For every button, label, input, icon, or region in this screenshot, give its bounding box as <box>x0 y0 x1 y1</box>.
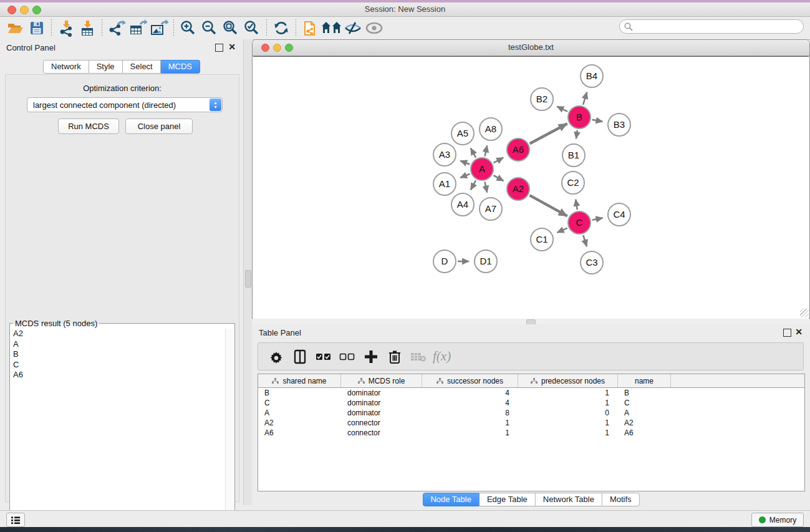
table-cell[interactable]: A <box>258 408 341 418</box>
edge-C-C1[interactable] <box>557 228 567 233</box>
window-resize-grip[interactable] <box>800 309 809 317</box>
criterion-select[interactable]: largest connected component (directed) ▲… <box>27 97 223 112</box>
export-table-icon[interactable] <box>127 19 148 37</box>
table-cell[interactable]: A6 <box>258 428 341 438</box>
edge-B-B4[interactable] <box>583 92 587 105</box>
tab-node-table[interactable]: Node Table <box>422 493 480 506</box>
new-session-from-network-icon[interactable] <box>300 19 321 37</box>
table-cell[interactable]: 1 <box>422 418 518 428</box>
column-header-MCDS-role[interactable]: MCDS role <box>341 374 422 387</box>
close-panel-icon[interactable]: ✕ <box>228 42 236 52</box>
network-window-titlebar[interactable]: testGlobe.txt <box>253 40 809 56</box>
tab-network[interactable]: Network <box>43 60 89 74</box>
edge-A-A8[interactable] <box>485 145 488 156</box>
edge-A-A7[interactable] <box>485 182 488 193</box>
table-cell[interactable]: 1 <box>518 398 618 408</box>
table-cell[interactable]: 1 <box>422 428 518 438</box>
search-input[interactable] <box>619 19 804 34</box>
zoom-selected-icon[interactable] <box>241 19 263 37</box>
minimize-network-window-button[interactable] <box>273 44 281 52</box>
close-network-window-button[interactable] <box>261 44 269 52</box>
table-cell[interactable]: A2 <box>258 418 341 428</box>
table-cell[interactable]: 1 <box>518 428 618 438</box>
edge-A-A4[interactable] <box>471 180 476 190</box>
table-row[interactable]: Cdominator41C <box>258 398 804 408</box>
run-mcds-button[interactable]: Run MCDS <box>58 118 119 134</box>
edge-A-A6[interactable] <box>494 158 504 163</box>
edge-C-C4[interactable] <box>592 218 603 220</box>
zoom-network-window-button[interactable] <box>285 44 293 52</box>
tab-network-table[interactable]: Network Table <box>536 493 602 506</box>
close-panel-icon[interactable]: ✕ <box>795 327 803 337</box>
horizontal-splitter[interactable] <box>252 319 810 324</box>
float-panel-icon[interactable] <box>215 44 223 52</box>
delete-column-icon[interactable] <box>384 346 405 367</box>
edge-A2-C[interactable] <box>529 195 567 216</box>
import-table-icon[interactable] <box>77 19 98 37</box>
edge-A-A3[interactable] <box>460 161 470 165</box>
edge-C-C2[interactable] <box>576 200 577 210</box>
deselect-all-icon[interactable] <box>337 346 358 367</box>
table-cell[interactable]: dominator <box>341 388 422 398</box>
table-cell[interactable]: 4 <box>422 388 518 398</box>
edge-A-A1[interactable] <box>460 174 470 178</box>
table-cell[interactable]: B <box>258 388 341 398</box>
table-cell[interactable]: 1 <box>518 418 618 428</box>
tab-motifs[interactable]: Motifs <box>602 493 640 506</box>
select-all-icon[interactable] <box>313 346 334 367</box>
table-cell[interactable]: dominator <box>341 398 422 408</box>
minimize-window-button[interactable] <box>20 6 29 14</box>
mcds-result-item[interactable]: A <box>11 339 226 350</box>
edge-B-B1[interactable] <box>576 130 577 139</box>
mcds-result-item[interactable]: A6 <box>11 370 226 380</box>
node-table[interactable]: shared nameMCDS rolesuccessor nodesprede… <box>258 374 805 491</box>
table-row[interactable]: A6connector11A6 <box>258 428 804 438</box>
zoom-out-icon[interactable] <box>199 19 220 37</box>
table-cell[interactable]: 1 <box>518 388 618 398</box>
table-cell[interactable]: connector <box>341 428 422 438</box>
table-row[interactable]: A2connector11A2 <box>258 418 804 428</box>
mcds-result-list[interactable]: A2ABCA6 <box>11 329 226 532</box>
network-canvas[interactable]: AA1A2A3A4A5A6A7A8BB1B2B3B4CC1C2C3C4DD1 <box>253 56 809 319</box>
search-field[interactable] <box>619 19 804 34</box>
show-all-networks-icon[interactable] <box>321 19 342 37</box>
table-row[interactable]: Adominator80A <box>258 408 804 418</box>
table-cell[interactable]: 8 <box>422 408 518 418</box>
edge-B-B2[interactable] <box>557 107 567 112</box>
table-cell[interactable]: A6 <box>618 428 671 438</box>
show-panel-icon[interactable] <box>364 19 385 37</box>
close-window-button[interactable] <box>7 6 16 14</box>
zoom-window-button[interactable] <box>32 6 41 14</box>
edge-A-A2[interactable] <box>493 175 503 181</box>
mcds-result-item[interactable]: B <box>11 349 226 360</box>
export-image-icon[interactable] <box>148 19 170 37</box>
splitter-handle[interactable] <box>245 270 251 288</box>
refresh-icon[interactable] <box>271 19 292 37</box>
edge-A-A5[interactable] <box>471 148 476 158</box>
table-cell[interactable]: B <box>618 388 671 398</box>
hide-panel-icon[interactable] <box>342 19 364 37</box>
mcds-result-scrollbar[interactable] <box>225 329 234 532</box>
table-cell[interactable]: 0 <box>518 408 618 418</box>
table-row[interactable]: Bdominator41B <box>258 388 804 398</box>
export-network-icon[interactable] <box>106 19 127 37</box>
tab-select[interactable]: Select <box>123 60 161 74</box>
float-panel-icon[interactable] <box>783 329 791 337</box>
table-cell[interactable]: 4 <box>422 398 518 408</box>
mcds-result-item[interactable]: C <box>11 360 226 370</box>
table-cell[interactable]: C <box>618 398 671 408</box>
zoom-in-icon[interactable] <box>178 19 199 37</box>
column-header-name[interactable]: name <box>618 374 671 387</box>
table-cell[interactable]: C <box>258 398 341 408</box>
column-header-predecessor-nodes[interactable]: predecessor nodes <box>518 374 618 387</box>
zoom-fit-icon[interactable] <box>220 19 241 37</box>
settings-gear-icon[interactable] <box>266 346 287 367</box>
table-cell[interactable]: A2 <box>618 418 671 428</box>
open-file-icon[interactable] <box>5 19 26 37</box>
save-session-icon[interactable] <box>26 19 47 37</box>
task-history-button[interactable] <box>6 513 25 527</box>
column-header-shared-name[interactable]: shared name <box>258 374 341 387</box>
tab-edge-table[interactable]: Edge Table <box>480 493 536 506</box>
table-cell[interactable]: dominator <box>341 408 422 418</box>
tab-style[interactable]: Style <box>89 60 123 74</box>
